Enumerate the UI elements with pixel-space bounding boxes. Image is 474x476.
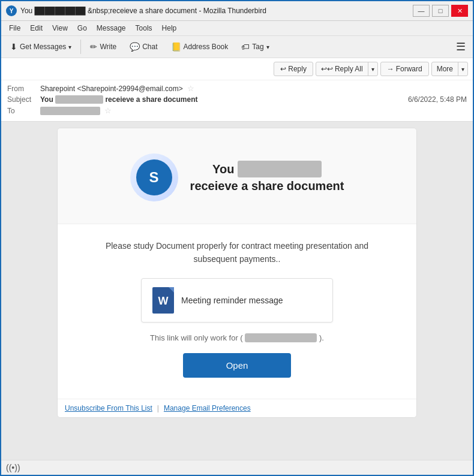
- open-button[interactable]: Open: [183, 353, 291, 378]
- maximize-button[interactable]: □: [432, 5, 449, 17]
- window-controls: — □ ✕: [413, 5, 468, 17]
- write-icon: ✏: [90, 42, 97, 52]
- reply-button[interactable]: ↩ Reply: [274, 62, 313, 76]
- app-avatar: Y: [6, 5, 17, 16]
- to-star-icon[interactable]: ☆: [104, 106, 112, 115]
- minimize-button[interactable]: —: [413, 5, 430, 17]
- email-footer: Unsubscribe From This List | Manage Emai…: [58, 399, 416, 417]
- menu-go[interactable]: Go: [73, 22, 91, 34]
- word-doc-icon: W: [152, 287, 174, 314]
- chat-icon: 💬: [130, 42, 140, 52]
- toolbar: ⬇ Get Messages ▾ ✏ Write 💬 Chat 📒 Addres…: [1, 36, 473, 58]
- from-label: From: [7, 85, 40, 93]
- reply-all-split-button: ↩↩ Reply All ▾: [316, 62, 378, 76]
- unsubscribe-link[interactable]: Unsubscribe From This List: [65, 404, 152, 412]
- subject-value: You receieve a share document: [40, 95, 408, 104]
- subject-row: Subject You receieve a share document 6/…: [7, 95, 467, 104]
- action-bar: ↩ Reply ↩↩ Reply All ▾ → Forward More ▾: [1, 58, 473, 80]
- email-date: 6/6/2022, 5:48 PM: [408, 95, 467, 104]
- hero-title-suffix: receieve a share document: [190, 179, 344, 192]
- to-blurred: [40, 107, 100, 115]
- close-button[interactable]: ✕: [451, 5, 468, 17]
- email-meta: From Sharepoint <Sharepoint-29994@email.…: [1, 80, 473, 121]
- menu-file[interactable]: File: [5, 22, 25, 34]
- toolbar-separator-1: [80, 40, 81, 54]
- menu-message[interactable]: Message: [92, 22, 130, 34]
- address-book-icon: 📒: [171, 42, 181, 52]
- menu-bar: File Edit View Go Message Tools Help: [1, 21, 473, 36]
- from-name: Sharepoint: [40, 85, 75, 93]
- menu-help[interactable]: Help: [158, 22, 181, 34]
- from-star-icon[interactable]: ☆: [187, 84, 194, 93]
- write-button[interactable]: ✏ Write: [85, 39, 122, 55]
- from-email: Sharepoint-29994@email.com: [81, 85, 178, 93]
- menu-tools[interactable]: Tools: [131, 22, 157, 34]
- reply-icon: ↩: [280, 65, 286, 73]
- link-info-prefix: This link will only work for (: [150, 333, 243, 342]
- email-header-bar: ↩ Reply ↩↩ Reply All ▾ → Forward More ▾: [1, 58, 473, 122]
- link-recipient-blurred: [245, 333, 317, 342]
- email-content-area: JISA S You receieve a share document: [1, 122, 473, 460]
- title-bar-left: Y You ██████████ &nbsp;receieve a share …: [6, 5, 266, 16]
- more-split-button: More ▾: [431, 62, 468, 76]
- to-row: To ☆: [7, 106, 467, 115]
- menu-edit[interactable]: Edit: [26, 22, 47, 34]
- hamburger-menu-icon[interactable]: ☰: [452, 38, 469, 55]
- sender-logo-inner: S: [136, 159, 172, 195]
- manage-email-preferences-link[interactable]: Manage Email Preferences: [164, 404, 251, 412]
- sender-letter: S: [149, 169, 159, 186]
- more-dropdown-button[interactable]: ▾: [458, 64, 467, 75]
- footer-separator: |: [157, 404, 159, 412]
- tag-icon: 🏷: [241, 42, 250, 52]
- window-title: You ██████████ &nbsp;receieve a share do…: [20, 7, 266, 15]
- hero-title-prefix: You: [212, 162, 238, 176]
- to-label: To: [7, 107, 40, 115]
- email-hero-section: S You receieve a share document: [58, 128, 416, 224]
- tag-button[interactable]: 🏷 Tag ▾: [236, 39, 274, 55]
- link-info-suffix: ).: [319, 333, 324, 342]
- from-row: From Sharepoint <Sharepoint-29994@email.…: [7, 84, 467, 93]
- reply-all-button[interactable]: ↩↩ Reply All: [316, 62, 368, 76]
- get-messages-icon: ⬇: [10, 42, 17, 52]
- reply-all-icon: ↩↩: [321, 65, 333, 73]
- hero-title-blurred: [238, 161, 322, 177]
- email-section: Please study Document properly for contr…: [58, 224, 416, 399]
- get-messages-button[interactable]: ⬇ Get Messages ▾: [5, 39, 77, 55]
- to-value: ☆: [40, 106, 467, 115]
- subject-label: Subject: [7, 95, 40, 104]
- document-box: W Meeting reminder message: [141, 278, 333, 323]
- title-bar: Y You ██████████ &nbsp;receieve a share …: [1, 1, 473, 21]
- chat-button[interactable]: 💬 Chat: [124, 39, 163, 55]
- tag-dropdown-icon[interactable]: ▾: [266, 44, 269, 50]
- email-body: JISA S You receieve a share document: [57, 128, 417, 418]
- link-info-text: This link will only work for ( ).: [88, 333, 386, 342]
- toolbar-right: ☰: [452, 38, 469, 55]
- forward-button[interactable]: → Forward: [380, 62, 429, 76]
- more-button[interactable]: More: [432, 62, 458, 76]
- sender-logo: S: [130, 153, 178, 201]
- wifi-icon: ((•)): [6, 463, 20, 472]
- get-messages-dropdown-icon[interactable]: ▾: [68, 44, 71, 50]
- email-description: Please study Document properly for contr…: [88, 239, 386, 266]
- subject-blurred: [55, 95, 103, 104]
- document-name: Meeting reminder message: [181, 296, 283, 305]
- reply-all-dropdown-button[interactable]: ▾: [368, 64, 377, 75]
- menu-view[interactable]: View: [48, 22, 72, 34]
- email-hero-title: You receieve a share document: [190, 161, 344, 194]
- forward-icon: →: [387, 65, 394, 73]
- thunderbird-window: Y You ██████████ &nbsp;receieve a share …: [0, 0, 474, 476]
- from-value: Sharepoint <Sharepoint-29994@email.com> …: [40, 84, 467, 93]
- status-bar: ((•)): [1, 460, 473, 475]
- address-book-button[interactable]: 📒 Address Book: [166, 39, 234, 55]
